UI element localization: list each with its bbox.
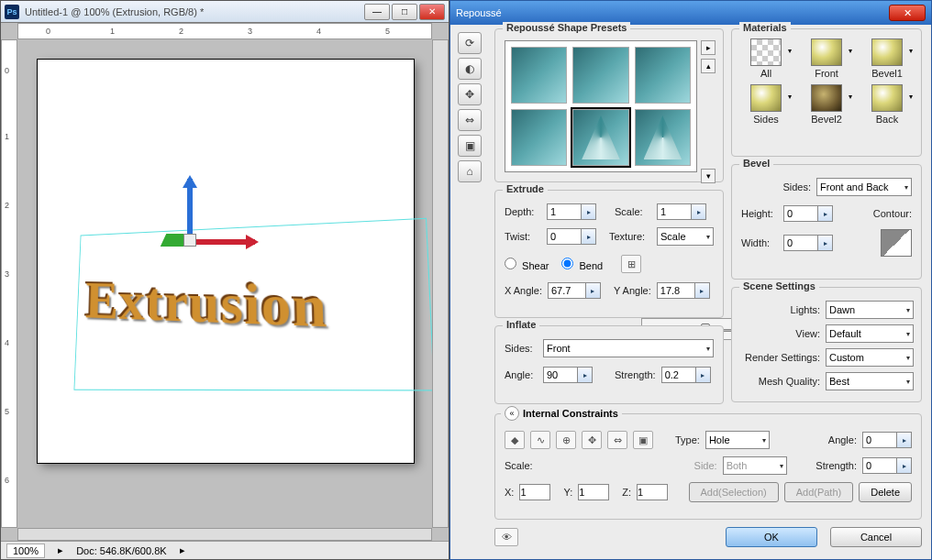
close-button[interactable]: ✕ — [419, 4, 445, 20]
constraint-tool-2-icon[interactable]: ∿ — [530, 431, 550, 449]
axis-origin-cube-icon[interactable] — [183, 234, 196, 247]
material-sides-swatch[interactable]: ▾ — [750, 84, 782, 112]
preset-scroll-up-icon[interactable]: ▴ — [701, 59, 716, 73]
scale-spinner-icon[interactable]: ▸ — [692, 203, 706, 220]
pan-tool-icon[interactable]: ✥ — [458, 83, 482, 105]
constraint-tool-1-icon[interactable]: ◆ — [505, 431, 525, 449]
constraint-tool-6-icon[interactable]: ▣ — [633, 431, 653, 449]
zoom-field[interactable]: 100% — [6, 544, 45, 558]
minimize-button[interactable]: — — [364, 4, 390, 20]
extrude-label: Extrude — [503, 183, 548, 194]
preset-cube-bevel[interactable] — [635, 47, 691, 104]
x-angle-spinner-icon[interactable]: ▸ — [586, 282, 601, 299]
twist-input[interactable] — [547, 228, 582, 245]
preset-cone-selected[interactable] — [572, 109, 628, 166]
constraint-angle-spinner-icon[interactable]: ▸ — [897, 432, 912, 448]
contour-picker[interactable] — [881, 229, 912, 257]
inflate-angle-input[interactable] — [543, 367, 578, 383]
scale-tool-icon[interactable]: ▣ — [458, 135, 482, 157]
constraint-tool-4-icon[interactable]: ✥ — [582, 431, 602, 449]
collapse-toggle-icon[interactable]: « — [505, 406, 519, 421]
canvas[interactable]: Extrusion — [38, 60, 414, 463]
constraint-side-select: Both▾ — [723, 456, 787, 475]
preset-cone-2[interactable] — [635, 109, 691, 166]
tool-column: ⟳ ◐ ✥ ⇔ ▣ ⌂ — [456, 28, 489, 186]
rotate-tool-icon[interactable]: ⟳ — [458, 32, 482, 54]
extrusion-3d-text[interactable]: Extrusion — [84, 269, 328, 341]
preset-grid — [505, 40, 697, 172]
constraint-y-input[interactable] — [578, 484, 609, 500]
twist-spinner-icon[interactable]: ▸ — [582, 228, 596, 245]
preset-cube-inflate[interactable] — [511, 109, 567, 166]
inflate-angle-spinner-icon[interactable]: ▸ — [578, 367, 593, 383]
bend-radio[interactable]: Bend — [561, 258, 603, 271]
canvas-viewport[interactable]: Extrusion — [17, 39, 432, 528]
material-front-swatch[interactable]: ▾ — [811, 38, 842, 66]
inflate-label: Inflate — [503, 319, 539, 330]
axis-x-arrow-icon[interactable] — [191, 239, 255, 245]
x-angle-input[interactable] — [548, 282, 586, 299]
preset-flyout-icon[interactable]: ▸ — [701, 40, 716, 55]
constraint-angle-input[interactable] — [862, 432, 897, 448]
orbit-tool-icon[interactable]: ◐ — [458, 58, 482, 80]
constraint-z-input[interactable] — [637, 484, 668, 500]
constraint-strength-spinner-icon[interactable]: ▸ — [897, 457, 912, 474]
add-selection-button: Add(Selection) — [689, 482, 779, 502]
scale-input[interactable] — [657, 203, 692, 220]
move-tool-icon[interactable]: ⇔ — [458, 109, 482, 131]
3d-axis-gizmo[interactable] — [116, 115, 226, 225]
shape-presets-group: Repoussé Shape Presets ▸ ▴ ▾ — [494, 28, 724, 182]
preset-cube-2[interactable] — [572, 47, 628, 104]
lights-select[interactable]: Dawn▾ — [826, 301, 914, 319]
bevel-width-input[interactable] — [783, 235, 818, 251]
bevel-sides-select[interactable]: Front and Back▾ — [816, 178, 912, 196]
constraint-type-select[interactable]: Hole▾ — [705, 431, 770, 449]
mesh-select[interactable]: Best▾ — [826, 372, 914, 390]
zoom-arrow-icon[interactable]: ▸ — [58, 544, 63, 556]
shear-radio[interactable]: Shear — [505, 258, 549, 271]
material-bevel2-swatch[interactable]: ▾ — [811, 84, 842, 112]
depth-spinner-icon[interactable]: ▸ — [582, 203, 596, 220]
constraint-tool-5-icon[interactable]: ⇔ — [607, 431, 627, 449]
y-angle-input[interactable] — [657, 282, 695, 299]
bevel-label: Bevel — [739, 158, 773, 169]
ruler-horizontal[interactable]: 0 1 2 3 4 5 — [17, 23, 432, 39]
scrollbar-vertical[interactable] — [432, 39, 449, 528]
constraint-strength-input[interactable] — [862, 457, 897, 474]
cancel-button[interactable]: Cancel — [830, 527, 922, 547]
inflate-sides-select[interactable]: Front▾ — [543, 339, 714, 357]
maximize-button[interactable]: □ — [392, 4, 417, 20]
inflate-strength-spinner-icon[interactable]: ▸ — [696, 367, 711, 383]
depth-input[interactable] — [547, 203, 582, 220]
home-tool-icon[interactable]: ⌂ — [458, 160, 482, 182]
scene-label: Scene Settings — [739, 280, 819, 291]
bevel-width-spinner-icon[interactable]: ▸ — [818, 235, 833, 251]
dialog-close-button[interactable]: ✕ — [889, 5, 926, 21]
texture-select[interactable]: Scale▾ — [657, 227, 714, 246]
material-all-swatch[interactable]: ▾ — [750, 38, 782, 66]
material-back-swatch[interactable]: ▾ — [871, 84, 903, 112]
preset-cube-1[interactable] — [511, 47, 567, 104]
ruler-vertical[interactable]: 0 1 2 3 4 5 6 — [1, 39, 17, 528]
bevel-height-input[interactable] — [783, 205, 818, 222]
inflate-strength-input[interactable] — [661, 367, 696, 383]
constraint-tool-3-icon[interactable]: ⊕ — [556, 431, 576, 449]
render-select[interactable]: Custom▾ — [826, 348, 914, 367]
materials-label: Materials — [739, 22, 791, 33]
bend-origin-grid-icon[interactable]: ⊞ — [621, 255, 641, 273]
doc-info-arrow-icon[interactable]: ▸ — [180, 544, 185, 556]
bevel-height-spinner-icon[interactable]: ▸ — [818, 205, 833, 222]
preset-scroll-down-icon[interactable]: ▾ — [701, 169, 716, 183]
y-angle-spinner-icon[interactable]: ▸ — [695, 282, 710, 299]
ok-button[interactable]: OK — [726, 527, 817, 547]
inflate-group: Inflate Sides: Front▾ Angle: ▸ Strength:… — [494, 325, 724, 404]
constraint-x-input[interactable] — [519, 484, 550, 500]
internal-label: Internal Constraints — [523, 408, 618, 419]
preview-toggle-icon[interactable]: 👁 — [494, 528, 518, 546]
scrollbar-horizontal[interactable] — [17, 528, 432, 541]
view-select[interactable]: Default▾ — [826, 324, 914, 343]
delete-button[interactable]: Delete — [859, 482, 912, 502]
doc-info: Doc: 546.8K/600.8K — [76, 545, 166, 556]
material-bevel1-swatch[interactable]: ▾ — [871, 38, 903, 66]
scene-settings-group: Scene Settings Lights:Dawn▾ View:Default… — [731, 287, 922, 402]
